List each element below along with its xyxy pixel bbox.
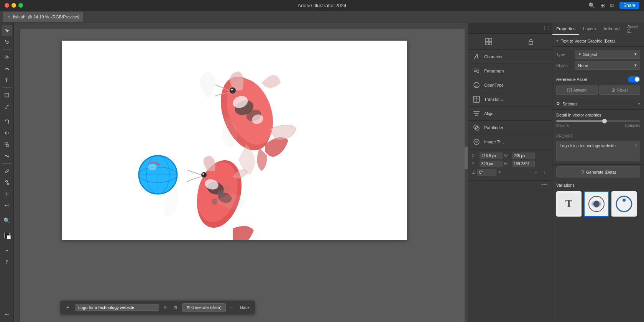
artwork-button[interactable]: Artwork xyxy=(556,85,598,95)
svg-point-65 xyxy=(623,199,626,202)
help-tool[interactable]: ? xyxy=(2,256,12,267)
color-fill[interactable] xyxy=(2,230,12,241)
reference-asset-label: Reference Asset xyxy=(556,77,587,82)
pen-tool[interactable] xyxy=(2,52,12,62)
settings-collapse-arrow[interactable]: ▾ xyxy=(638,102,640,106)
svg-rect-0 xyxy=(5,93,9,97)
selection-tool[interactable] xyxy=(2,25,12,36)
svg-point-16 xyxy=(230,87,236,94)
vertical-ruler xyxy=(14,29,20,322)
tool-separator-6 xyxy=(2,228,12,228)
reference-asset-toggle[interactable] xyxy=(628,76,640,82)
maximize-button[interactable] xyxy=(18,3,23,8)
direct-select-tool[interactable] xyxy=(2,37,12,48)
ai-tool[interactable]: ✦ xyxy=(2,245,12,256)
angle-dropdown-icon[interactable]: ▾ xyxy=(499,170,501,175)
scroll-thumb[interactable] xyxy=(465,146,468,169)
detail-slider-track[interactable] xyxy=(556,120,640,122)
y-input[interactable] xyxy=(480,161,503,167)
rotate-tool[interactable] xyxy=(2,116,12,127)
clear-prompt-icon[interactable]: ✕ xyxy=(161,304,168,311)
x-label: X: xyxy=(472,154,478,158)
generate-button[interactable]: ⊞ Generate (Beta) xyxy=(556,166,640,177)
tab-artboard[interactable]: Artboard xyxy=(600,23,623,35)
tab-layers[interactable]: Layers xyxy=(579,23,600,35)
prompt-text-area: Logo for a technology website xyxy=(556,141,640,161)
pathfinder-panel-item[interactable]: Pathfinder xyxy=(468,121,552,135)
yw-row: Y: H: xyxy=(472,161,548,167)
tab-close-icon[interactable]: ✕ xyxy=(7,15,11,19)
vertical-scrollbar[interactable] xyxy=(465,29,468,322)
svg-rect-38 xyxy=(489,42,492,45)
grid-icon-1[interactable] xyxy=(468,34,510,49)
scale-tool[interactable] xyxy=(2,139,12,150)
section-collapse-icon[interactable]: ▾ xyxy=(556,38,559,43)
close-button[interactable] xyxy=(5,3,9,8)
canvas-workspace[interactable]: ✦ ✕ ⊡ ⊞ Generate (Beta) ··· Back xyxy=(20,29,468,322)
more-options-dots[interactable] xyxy=(540,182,548,186)
mesh-tool[interactable] xyxy=(2,189,12,199)
more-options-row xyxy=(468,181,552,188)
zoom-tool[interactable]: 🔍 xyxy=(2,215,12,226)
prompt-input[interactable] xyxy=(75,304,159,311)
type-tool[interactable]: T xyxy=(2,75,12,85)
x-input[interactable] xyxy=(480,153,503,159)
align-panel-item[interactable]: Align xyxy=(468,107,552,121)
grid-icon[interactable]: ⊞ xyxy=(600,2,605,8)
transform-panel-item[interactable]: Transfor... xyxy=(468,92,552,107)
character-panel-item[interactable]: A Character xyxy=(468,50,552,64)
variation-1[interactable]: T xyxy=(556,191,582,217)
w-input[interactable] xyxy=(512,153,535,159)
minimize-button[interactable] xyxy=(12,3,16,8)
prompt-clear-button[interactable]: ✕ xyxy=(634,143,638,148)
tab-properties[interactable]: Properties xyxy=(552,23,579,35)
ai-sparkle-icon[interactable]: ✦ xyxy=(63,303,72,312)
flip-v-button[interactable]: ↕ xyxy=(541,169,548,176)
view-icon[interactable]: ⊡ xyxy=(171,303,180,312)
generate-beta-button[interactable]: ⊞ Generate (Beta) xyxy=(182,303,226,312)
collapse-left-icon[interactable]: ⟨ xyxy=(544,26,545,31)
window-icon[interactable]: ⧉ xyxy=(610,2,614,9)
y-label: Y: xyxy=(472,162,478,166)
variation-2[interactable] xyxy=(584,191,609,217)
lock-icon-btn[interactable] xyxy=(510,34,552,49)
tab-asset-export[interactable]: Asset E... xyxy=(623,23,644,35)
fish-illustration xyxy=(62,41,407,240)
variation-3[interactable] xyxy=(611,191,637,217)
angle-input[interactable] xyxy=(477,169,496,176)
styles-label: Styles: xyxy=(556,63,572,68)
share-button[interactable]: Share xyxy=(619,2,639,9)
type-select[interactable]: ✦ Subject ▾ xyxy=(575,50,640,59)
paint-bucket-tool[interactable] xyxy=(2,177,12,188)
picker-button[interactable]: Picker xyxy=(599,85,641,95)
paragraph-panel-item[interactable]: Paragraph xyxy=(468,64,552,78)
title-bar: Adobe Illustrator 2024 🔍 ⊞ ⧉ Share xyxy=(0,0,644,11)
reflect-tool[interactable] xyxy=(2,128,12,138)
opentype-panel-item[interactable]: O OpenType xyxy=(468,78,552,92)
detail-slider-thumb[interactable] xyxy=(602,119,607,123)
settings-header[interactable]: ⚙ Settings ▾ xyxy=(552,98,644,110)
document-tab[interactable]: ✕ fish.ai* @ 24.19 % (RGB/Preview) xyxy=(3,12,83,22)
back-button[interactable]: Back xyxy=(238,304,252,311)
variations-section: Variations T xyxy=(552,181,644,220)
pencil-tool[interactable] xyxy=(2,101,12,112)
eyedropper-tool[interactable] xyxy=(2,166,12,176)
warp-tool[interactable] xyxy=(2,151,12,161)
character-icon: A xyxy=(472,52,481,61)
search-icon[interactable]: 🔍 xyxy=(588,2,595,8)
variations-label: Variations xyxy=(552,181,644,188)
rectangle-tool[interactable] xyxy=(2,90,12,100)
svg-rect-36 xyxy=(489,39,492,41)
pathfinder-icon xyxy=(472,123,481,132)
h-input[interactable] xyxy=(512,161,535,167)
collapse-right-icon[interactable]: ⟩ xyxy=(548,26,550,31)
blend-tool[interactable] xyxy=(2,200,12,211)
svg-point-23 xyxy=(201,172,207,177)
flip-h-button[interactable]: ↔ xyxy=(533,169,540,176)
more-options-button[interactable]: ··· xyxy=(228,304,236,310)
curvature-tool[interactable] xyxy=(2,63,12,74)
tech-logo xyxy=(139,156,177,194)
more-tools[interactable]: ••• xyxy=(2,309,12,320)
styles-select[interactable]: None ▾ xyxy=(575,61,640,70)
image-trace-panel-item[interactable]: Image Tr... xyxy=(468,135,552,149)
